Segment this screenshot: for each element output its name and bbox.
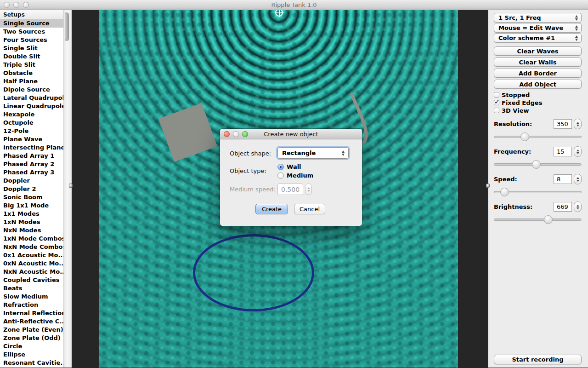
- sidebar-setup-item[interactable]: Coupled Cavities: [0, 276, 63, 284]
- scrollbar-thumb[interactable]: [65, 12, 69, 41]
- sidebar-setup-item[interactable]: Anti-Reflective C...: [0, 317, 63, 326]
- ellipse-outline-object[interactable]: [193, 234, 314, 311]
- chevron-up-down-icon: [342, 150, 345, 156]
- sidebar-setup-item[interactable]: 12-Pole: [0, 127, 63, 135]
- panel-action-button[interactable]: Add Object: [494, 80, 582, 89]
- sidebar-setup-item[interactable]: Resonant Cavitie...: [0, 359, 63, 367]
- sidebar-setup-item[interactable]: Zone Plate (Odd): [0, 334, 63, 342]
- sidebar-setup-item[interactable]: Double Slit: [0, 52, 63, 61]
- sidebar-setup-item[interactable]: Octupole: [0, 119, 63, 127]
- sidebar-setup-item[interactable]: Ellipse: [0, 351, 63, 359]
- sidebar-setup-item[interactable]: NxN Acoustic Mo...: [0, 268, 63, 276]
- panel-dropdown[interactable]: Mouse = Edit Wave: [494, 23, 582, 33]
- start-recording-button[interactable]: Start recording: [494, 355, 582, 364]
- param-stepper[interactable]: [574, 119, 582, 129]
- param-slider[interactable]: [494, 215, 582, 224]
- panel-action-button[interactable]: Clear Walls: [494, 58, 582, 67]
- sidebar-scrollbar[interactable]: [63, 10, 70, 368]
- panel-action-button[interactable]: Add Border: [494, 69, 582, 78]
- sidebar-setup-item[interactable]: Half Plane: [0, 77, 63, 86]
- checkbox-box[interactable]: ✓: [494, 92, 499, 98]
- panel-dropdown[interactable]: 1 Src, 1 Freq: [494, 13, 582, 23]
- sidebar-setup-item[interactable]: Single Slit: [0, 44, 63, 52]
- splitter-grip-icon[interactable]: [486, 184, 490, 188]
- param-value-input[interactable]: 8: [554, 174, 572, 184]
- create-button[interactable]: Create: [255, 204, 288, 214]
- slider-track[interactable]: [494, 218, 582, 221]
- window-titlebar[interactable]: Ripple Tank 1.0: [0, 0, 588, 10]
- zoom-icon[interactable]: [242, 131, 248, 137]
- medium-speed-label: Medium speed:: [230, 186, 276, 193]
- object-shape-dropdown[interactable]: Rectangle: [277, 147, 349, 159]
- sidebar-setup-item[interactable]: Sonic Boom: [0, 193, 63, 201]
- panel-checkbox[interactable]: ✓ Stopped: [494, 92, 582, 98]
- sidebar-setup-item[interactable]: Dipole Source: [0, 86, 63, 94]
- param-value-input[interactable]: 15: [554, 147, 572, 156]
- sidebar-setup-item[interactable]: Beats: [0, 284, 63, 293]
- param-value-input[interactable]: 350: [554, 119, 572, 129]
- panel-checkbox[interactable]: ✓ Fixed Edges: [494, 99, 582, 106]
- param-slider[interactable]: [494, 187, 582, 196]
- radio-circle[interactable]: [277, 164, 284, 170]
- panel-checkbox[interactable]: ✓ 3D View: [494, 107, 582, 114]
- radio-label: Wall: [287, 163, 301, 170]
- sidebar-setup-item[interactable]: 1x1 Modes: [0, 210, 63, 218]
- dialog-titlebar[interactable]: Create new object: [220, 129, 362, 139]
- close-icon[interactable]: [4, 2, 10, 8]
- sidebar-setup-item[interactable]: Two Sources: [0, 28, 63, 36]
- sidebar-setup-item[interactable]: Phased Array 1: [0, 152, 63, 160]
- param-slider[interactable]: [494, 160, 582, 169]
- sidebar-setup-item[interactable]: 1xN Mode Combos: [0, 235, 63, 243]
- param-value-input[interactable]: 669: [554, 202, 572, 212]
- sidebar-setup-item[interactable]: Lateral Quadrupole: [0, 94, 63, 102]
- slider-thumb[interactable]: [532, 160, 541, 169]
- medium-speed-stepper[interactable]: [305, 184, 312, 195]
- sidebar-setup-item[interactable]: Doppler 2: [0, 185, 63, 193]
- minimize-icon[interactable]: [233, 131, 239, 137]
- param-stepper[interactable]: [574, 146, 582, 157]
- sidebar-setup-item[interactable]: Obstacle: [0, 69, 63, 77]
- medium-speed-input[interactable]: 0.500: [277, 184, 303, 195]
- radio-option[interactable]: Medium: [277, 171, 313, 180]
- sidebar-setup-item[interactable]: Four Sources: [0, 36, 63, 44]
- sidebar-setup-item[interactable]: Doppler: [0, 177, 63, 185]
- cancel-button[interactable]: Cancel: [294, 204, 325, 214]
- sidebar-setup-item[interactable]: 1xN Modes: [0, 218, 63, 226]
- param-stepper[interactable]: [574, 174, 582, 184]
- panel-action-button[interactable]: Clear Waves: [494, 46, 582, 56]
- sidebar-setup-item[interactable]: 0xN Acoustic Mo...: [0, 259, 63, 268]
- checkbox-box[interactable]: ✓: [494, 108, 499, 113]
- radio-option[interactable]: Wall: [277, 162, 313, 171]
- sidebar-setup-item[interactable]: Single Source: [0, 19, 63, 28]
- sidebar-setup-item[interactable]: Phased Array 2: [0, 160, 63, 168]
- sidebar-setup-item[interactable]: Hexapole: [0, 110, 63, 119]
- param-slider[interactable]: [494, 132, 582, 141]
- sidebar-setup-item[interactable]: Zone Plate (Even): [0, 326, 63, 334]
- close-icon[interactable]: [224, 131, 230, 137]
- sidebar-setup-item[interactable]: NxN Modes: [0, 226, 63, 235]
- sidebar-setup-item[interactable]: Plane Wave: [0, 135, 63, 144]
- slider-thumb[interactable]: [544, 215, 553, 224]
- sidebar-setup-item[interactable]: Circle: [0, 342, 63, 351]
- minimize-icon[interactable]: [13, 2, 19, 8]
- sidebar-setup-item[interactable]: Big 1x1 Mode: [0, 201, 63, 210]
- object-type-label: Object type:: [230, 167, 266, 174]
- panel-dropdown[interactable]: Color scheme #1: [494, 33, 582, 43]
- sidebar-setup-item[interactable]: Refraction: [0, 301, 63, 309]
- radio-circle[interactable]: [277, 172, 284, 179]
- sidebar-setup-item[interactable]: Intersecting Planes: [0, 144, 63, 152]
- sidebar-setup-item[interactable]: Internal Reflection: [0, 309, 63, 317]
- zoom-icon[interactable]: [23, 2, 29, 8]
- sidebar-setup-item[interactable]: Linear Quadrupole: [0, 102, 63, 110]
- sidebar-setup-item[interactable]: Slow Medium: [0, 293, 63, 301]
- checkbox-box[interactable]: ✓: [494, 100, 499, 105]
- slider-thumb[interactable]: [500, 188, 509, 196]
- sidebar-setup-item[interactable]: Triple Slit: [0, 61, 63, 69]
- sidebar-setup-item[interactable]: 0x1 Acoustic Mo...: [0, 251, 63, 259]
- sidebar-setup-item[interactable]: NxN Mode Combos: [0, 243, 63, 251]
- slider-thumb[interactable]: [520, 132, 529, 141]
- slider-track[interactable]: [494, 136, 582, 138]
- param-stepper[interactable]: [574, 201, 582, 212]
- sidebar-setup-item[interactable]: Phased Array 3: [0, 168, 63, 177]
- splitter-grip-icon[interactable]: [69, 184, 73, 188]
